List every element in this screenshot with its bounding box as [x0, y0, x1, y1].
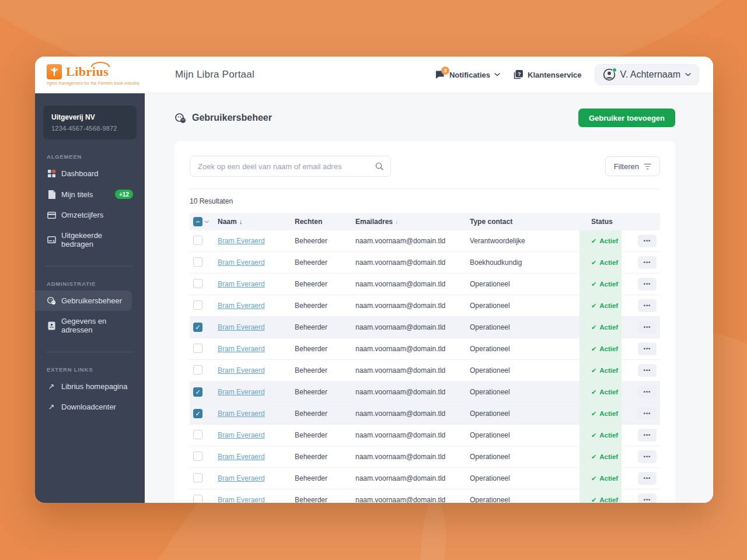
row-checkbox[interactable] [193, 473, 203, 482]
customer-service-label: Klantenservice [528, 71, 582, 79]
sidebar-item-omzetcijfers[interactable]: Omzetcijfers [43, 205, 137, 225]
user-name-link[interactable]: Bram Everaerd [218, 431, 265, 439]
check-icon: ✔ [591, 237, 596, 245]
user-name-link[interactable]: Bram Everaerd [218, 453, 265, 461]
row-checkbox[interactable] [193, 495, 203, 503]
row-actions-button[interactable]: ••• [638, 386, 657, 398]
user-name: V. Achternaam [620, 69, 680, 80]
user-email: naam.voornaam@domain.tld [351, 388, 465, 396]
user-rights: Beheerder [290, 453, 351, 461]
row-checkbox[interactable] [193, 430, 203, 439]
column-header-naam[interactable]: Naam↓ [213, 218, 290, 226]
user-rights: Beheerder [290, 431, 351, 439]
sidebar-item-label: Omzetcijfers [61, 211, 103, 219]
sidebar-item-dashboard[interactable]: Dashboard [43, 163, 137, 184]
sidebar-section-label: ALGEMEEN [47, 153, 137, 160]
user-name-link[interactable]: Bram Everaerd [218, 474, 265, 482]
user-type-contact: Operationeel [465, 323, 580, 331]
check-icon: ✔ [591, 302, 596, 310]
table-row: Bram Everaerd Beheerder naam.voornaam@do… [190, 446, 660, 468]
sidebar-item-mijn-titels[interactable]: Mijn titels +12 [43, 184, 137, 205]
column-header-rechten[interactable]: Rechten [290, 218, 351, 226]
user-name-link[interactable]: Bram Everaerd [218, 302, 265, 310]
row-actions-button[interactable]: ••• [638, 494, 657, 503]
logo[interactable]: Librius rights management for the Flemis… [35, 64, 145, 85]
column-header-type-contact[interactable]: Type contact [465, 218, 580, 226]
sidebar-item-downloadcenter[interactable]: ↗ Downloadcenter [43, 397, 137, 417]
row-actions-button[interactable]: ••• [638, 364, 657, 377]
ellipsis-icon: ••• [644, 368, 651, 373]
sidebar-item-label: Uitgekeerde bedragen [61, 231, 133, 249]
check-icon: ✔ [591, 345, 596, 353]
row-checkbox[interactable] [193, 387, 203, 397]
notifications-menu[interactable]: 3 Notificaties [435, 70, 500, 80]
row-checkbox[interactable] [193, 365, 203, 374]
user-name-link[interactable]: Bram Everaerd [218, 410, 265, 418]
company-selector[interactable]: Uitgeverij NV 1234-4567-4568-9872 [43, 106, 137, 139]
user-email: naam.voornaam@domain.tld [351, 323, 465, 331]
row-actions-button[interactable]: ••• [638, 256, 657, 269]
ellipsis-icon: ••• [644, 454, 651, 460]
app-window: Librius rights management for the Flemis… [35, 57, 713, 503]
sidebar-item-gebruikersbeheer[interactable]: Gebruikersbeheer [35, 290, 132, 311]
sidebar-item-label: Dashboard [61, 169, 99, 178]
status-label: Actief [599, 453, 618, 460]
sidebar-item-librius-homepagina[interactable]: ↗ Librius homepagina [43, 376, 137, 397]
user-menu[interactable]: V. Achternaam [595, 64, 699, 85]
user-name-link[interactable]: Bram Everaerd [218, 388, 265, 396]
user-name-link[interactable]: Bram Everaerd [218, 323, 265, 331]
company-name: Uitgeverij NV [51, 113, 128, 121]
check-icon: ✔ [591, 496, 596, 503]
ellipsis-icon: ••• [644, 325, 651, 330]
customer-service-link[interactable]: ? Klantenservice [513, 69, 582, 80]
row-actions-button[interactable]: ••• [638, 342, 657, 355]
status-label: Actief [599, 432, 618, 439]
credit-card-icon [47, 212, 56, 219]
status-badge: ✔ Actief [580, 446, 622, 467]
search-icon [375, 162, 384, 171]
row-actions-button[interactable]: ••• [638, 429, 657, 442]
filter-button[interactable]: Filteren [605, 156, 660, 176]
chevron-down-icon[interactable] [204, 220, 209, 223]
row-actions-button[interactable]: ••• [638, 235, 657, 247]
status-badge: ✔ Actief [580, 295, 622, 316]
user-name-link[interactable]: Bram Everaerd [218, 280, 265, 288]
row-actions-button[interactable]: ••• [638, 407, 657, 420]
ellipsis-icon: ••• [644, 346, 651, 352]
status-badge: ✔ Actief [580, 468, 622, 489]
row-checkbox[interactable] [193, 323, 203, 332]
row-checkbox[interactable] [193, 452, 203, 461]
table-header-row: Naam↓ Rechten Emailadres↓ Type contact S… [190, 213, 660, 230]
user-email: naam.voornaam@domain.tld [351, 302, 465, 310]
sidebar-item-gegevens-en-adressen[interactable]: Gegevens en adressen [43, 311, 137, 340]
row-checkbox[interactable] [193, 257, 203, 267]
divider [190, 188, 660, 189]
row-actions-button[interactable]: ••• [638, 278, 657, 290]
user-name-link[interactable]: Bram Everaerd [218, 345, 265, 353]
sort-desc-icon: ↓ [395, 218, 399, 225]
row-checkbox[interactable] [193, 344, 203, 353]
row-actions-button[interactable]: ••• [638, 321, 657, 334]
add-user-button[interactable]: Gebruiker toevoegen [578, 108, 675, 127]
select-all-checkbox[interactable] [193, 217, 203, 226]
user-rights: Beheerder [290, 280, 351, 288]
column-header-status[interactable]: Status [580, 218, 622, 226]
check-icon: ✔ [591, 475, 596, 482]
user-email: naam.voornaam@domain.tld [351, 410, 465, 418]
user-name-link[interactable]: Bram Everaerd [218, 258, 265, 267]
user-name-link[interactable]: Bram Everaerd [218, 237, 265, 245]
search-input[interactable] [190, 156, 391, 177]
row-checkbox[interactable] [193, 236, 203, 245]
row-actions-button[interactable]: ••• [638, 299, 657, 312]
user-name-link[interactable]: Bram Everaerd [218, 366, 265, 374]
row-checkbox[interactable] [193, 279, 203, 288]
column-header-emailadres[interactable]: Emailadres↓ [351, 218, 465, 226]
user-name-link[interactable]: Bram Everaerd [218, 496, 265, 503]
row-checkbox[interactable] [193, 300, 203, 310]
status-badge: ✔ Actief [580, 489, 622, 503]
sidebar-item-uitgekeerde-bedragen[interactable]: Uitgekeerde bedragen [43, 225, 137, 254]
row-checkbox[interactable] [193, 409, 203, 418]
row-actions-button[interactable]: ••• [638, 450, 657, 463]
user-rights: Beheerder [290, 258, 351, 267]
row-actions-button[interactable]: ••• [638, 472, 657, 485]
